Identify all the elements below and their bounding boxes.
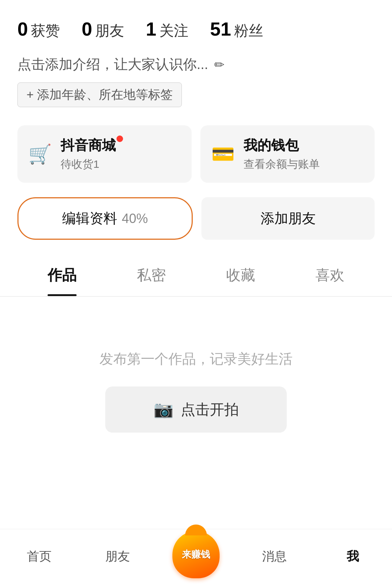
tab-collect-label: 收藏: [226, 267, 255, 283]
stats-row: 0 获赞 0 朋友 1 关注 51 粉丝: [0, 0, 392, 48]
start-shoot-button[interactable]: 📷 点击开拍: [105, 386, 287, 433]
bio-text[interactable]: 点击添加介绍，让大家认识你... ✏: [17, 55, 375, 74]
add-friend-button[interactable]: 添加朋友: [201, 197, 375, 240]
huozan-number: 0: [17, 18, 28, 40]
tab-works[interactable]: 作品: [17, 254, 107, 296]
action-buttons-row: 编辑资料 40% 添加朋友: [0, 197, 392, 254]
huozan-label: 获赞: [31, 21, 60, 41]
quick-access-row: 🛒 抖音商城 待收货1 💳 我的钱包 查看余额与账单: [0, 111, 392, 197]
edit-pencil-icon: ✏: [214, 57, 224, 72]
mall-subtitle: 待收货1: [61, 157, 116, 172]
cart-icon: 🛒: [28, 143, 52, 165]
wallet-card[interactable]: 💳 我的钱包 查看余额与账单: [200, 125, 375, 183]
tab-like-label: 喜欢: [315, 267, 344, 283]
nav-friends[interactable]: 朋友: [78, 548, 157, 568]
edit-profile-label: 编辑资料: [62, 209, 117, 228]
tab-private-label: 私密: [137, 267, 166, 283]
stat-pengyou: 0 朋友: [82, 18, 124, 41]
wallet-icon: 💳: [211, 143, 235, 165]
tab-like[interactable]: 喜欢: [285, 254, 375, 296]
earn-money-label: 来赚钱: [182, 548, 210, 561]
edit-profile-button[interactable]: 编辑资料 40%: [17, 197, 193, 240]
mall-title: 抖音商城: [61, 136, 116, 155]
tab-private[interactable]: 私密: [107, 254, 196, 296]
stat-fensi: 51 粉丝: [210, 18, 263, 41]
camera-icon: 📷: [154, 400, 173, 419]
content-area: 发布第一个作品，记录美好生活 📷 点击开拍: [0, 297, 392, 529]
nav-friends-label: 朋友: [105, 548, 130, 565]
nav-me-label: 我: [347, 548, 359, 565]
guanzhu-number: 1: [146, 18, 156, 40]
page-container: 0 获赞 0 朋友 1 关注 51 粉丝 点击添加介绍，让大家认识你... ✏ …: [0, 0, 392, 587]
guanzhu-label: 关注: [159, 21, 188, 41]
wallet-subtitle: 查看余额与账单: [244, 157, 320, 172]
wallet-title: 我的钱包: [244, 136, 320, 155]
tab-collect[interactable]: 收藏: [196, 254, 285, 296]
bio-placeholder: 点击添加介绍，让大家认识你...: [17, 55, 208, 74]
nav-home-label: 首页: [27, 548, 52, 565]
fensi-label: 粉丝: [234, 21, 263, 41]
shoot-label: 点击开拍: [181, 400, 239, 420]
nav-home[interactable]: 首页: [0, 548, 78, 568]
profile-completion: 40%: [122, 211, 148, 226]
earn-badge-container: 来赚钱: [172, 531, 220, 578]
fensi-number: 51: [210, 18, 231, 40]
nav-messages-label: 消息: [262, 548, 287, 565]
douyin-mall-card[interactable]: 🛒 抖音商城 待收货1: [17, 125, 192, 183]
pengyou-number: 0: [82, 18, 92, 40]
stat-guanzhu: 1 关注: [146, 18, 188, 41]
tab-works-label: 作品: [48, 267, 77, 283]
tabs-row: 作品 私密 收藏 喜欢: [0, 254, 392, 297]
empty-text: 发布第一个作品，记录美好生活: [99, 350, 293, 368]
pengyou-label: 朋友: [95, 21, 124, 41]
red-dot-indicator: [117, 135, 123, 142]
add-friend-label: 添加朋友: [261, 209, 316, 228]
add-tag-button[interactable]: + 添加年龄、所在地等标签: [17, 82, 182, 107]
bio-section: 点击添加介绍，让大家认识你... ✏ + 添加年龄、所在地等标签: [0, 48, 392, 111]
stat-huozan: 0 获赞: [17, 18, 60, 41]
nav-messages[interactable]: 消息: [235, 548, 314, 568]
money-bag-icon: 来赚钱: [172, 531, 220, 578]
bottom-nav: 首页 朋友 来赚钱 消息 我: [0, 529, 392, 587]
add-tag-label: + 添加年龄、所在地等标签: [26, 86, 173, 103]
nav-me[interactable]: 我: [314, 548, 392, 568]
nav-earn-money[interactable]: 来赚钱: [157, 538, 235, 578]
